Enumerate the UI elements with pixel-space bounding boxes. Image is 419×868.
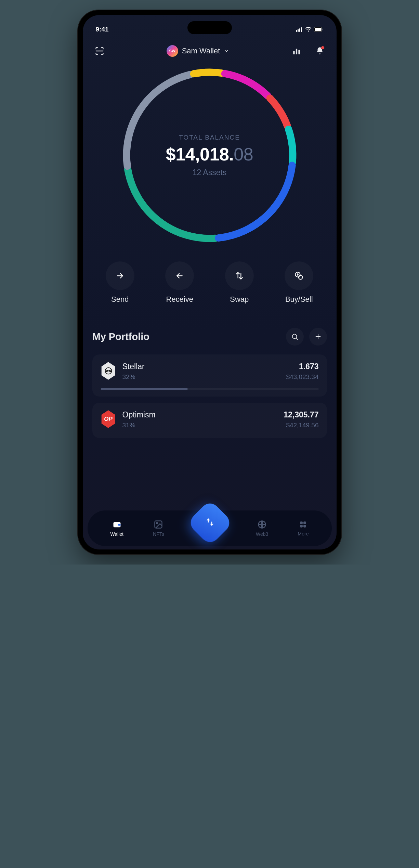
screen: 9:41 SW Sam Wallet <box>83 15 337 549</box>
asset-name: Stellar <box>122 362 280 371</box>
balance-label: TOTAL BALANCE <box>166 134 253 141</box>
nav-wallet[interactable]: Wallet <box>110 520 123 537</box>
asset-qty: 12,305.77 <box>284 410 318 419</box>
nav-nfts[interactable]: NFTs <box>153 520 164 537</box>
stats-button[interactable] <box>291 45 302 57</box>
svg-line-15 <box>296 338 298 339</box>
globe-icon <box>257 520 267 529</box>
svg-rect-7 <box>293 51 294 54</box>
asset-pct: 32% <box>122 373 280 381</box>
cellular-icon <box>296 27 303 32</box>
svg-point-13 <box>299 275 303 280</box>
search-button[interactable] <box>286 328 304 346</box>
svg-rect-26 <box>300 525 303 528</box>
asset-pct: 31% <box>122 422 278 429</box>
action-label: Buy/Sell <box>285 295 313 304</box>
top-bar: SW Sam Wallet <box>83 36 337 60</box>
asset-name: Optimism <box>122 410 278 419</box>
wifi-icon <box>305 27 312 32</box>
status-icons <box>296 27 324 32</box>
portfolio-section: My Portfolio Stellar <box>83 304 337 438</box>
balance-donut: TOTAL BALANCE $14,018.08 12 Assets <box>83 65 337 246</box>
balance-amount: $14,018.08 <box>166 144 253 165</box>
svg-rect-8 <box>296 49 297 54</box>
svg-rect-20 <box>118 524 120 526</box>
arrow-right-icon <box>116 271 125 280</box>
nav-label: Web3 <box>256 531 268 537</box>
phone-frame: 9:41 SW Sam Wallet <box>78 10 341 554</box>
action-label: Receive <box>166 295 193 304</box>
scan-icon <box>95 46 104 56</box>
bar-chart-icon <box>292 47 301 55</box>
nav-label: Wallet <box>110 531 123 537</box>
action-label: Swap <box>230 295 249 304</box>
add-button[interactable] <box>309 328 327 346</box>
battery-icon <box>314 27 324 32</box>
notification-dot <box>321 46 325 50</box>
nav-label: More <box>298 531 309 536</box>
swap-action[interactable]: Swap <box>225 261 254 304</box>
wallet-icon <box>112 520 122 529</box>
chevron-down-icon <box>224 48 229 54</box>
svg-rect-25 <box>304 521 306 524</box>
send-action[interactable]: Send <box>106 261 134 304</box>
svg-rect-6 <box>323 29 323 30</box>
nav-bar: Wallet NFTs Web3 More <box>88 510 332 546</box>
image-icon <box>154 520 163 529</box>
coins-icon <box>294 271 304 281</box>
asset-card-stellar[interactable]: Stellar 32% 1.673 $43,023.34 <box>92 354 327 397</box>
wallet-selector[interactable]: SW Sam Wallet <box>167 45 230 57</box>
svg-point-22 <box>157 522 158 524</box>
action-label: Send <box>111 295 129 304</box>
asset-card-optimism[interactable]: OP Optimism 31% 12,305.77 $42,149.56 <box>92 403 327 438</box>
svg-rect-3 <box>301 27 302 32</box>
nav-web3[interactable]: Web3 <box>256 520 268 537</box>
arrow-left-icon <box>175 271 184 280</box>
plus-icon <box>314 333 322 340</box>
svg-rect-9 <box>298 50 300 54</box>
svg-rect-24 <box>300 521 303 524</box>
balance-whole: $14,018. <box>166 144 234 164</box>
nav-label: NFTs <box>153 531 164 537</box>
stellar-logo <box>101 362 116 380</box>
asset-qty: 1.673 <box>286 362 318 371</box>
balance-cents: 08 <box>234 144 253 164</box>
asset-val: $43,023.34 <box>286 373 318 381</box>
nav-trade[interactable] <box>187 500 233 546</box>
trade-icon <box>205 517 215 527</box>
status-time: 9:41 <box>96 26 109 33</box>
asset-val: $42,149.56 <box>284 422 318 429</box>
svg-rect-27 <box>304 525 306 528</box>
action-row: Send Receive Swap Buy/Sell <box>83 246 337 304</box>
search-icon <box>291 333 299 340</box>
buysell-action[interactable]: Buy/Sell <box>285 261 313 304</box>
notifications-button[interactable] <box>314 45 326 57</box>
grid-icon <box>299 520 307 529</box>
swap-icon <box>235 271 244 280</box>
dynamic-island <box>187 21 232 34</box>
assets-count: 12 Assets <box>166 168 253 177</box>
receive-action[interactable]: Receive <box>165 261 194 304</box>
wallet-name: Sam Wallet <box>182 47 220 55</box>
svg-rect-5 <box>315 28 322 31</box>
optimism-logo: OP <box>101 410 116 428</box>
portfolio-title: My Portfolio <box>92 331 150 342</box>
svg-rect-2 <box>299 28 300 32</box>
svg-rect-1 <box>298 29 299 32</box>
nav-more[interactable]: More <box>298 520 309 536</box>
asset-bar <box>101 388 319 390</box>
svg-rect-0 <box>296 30 297 32</box>
wallet-avatar: SW <box>167 45 178 57</box>
scan-button[interactable] <box>94 45 105 57</box>
